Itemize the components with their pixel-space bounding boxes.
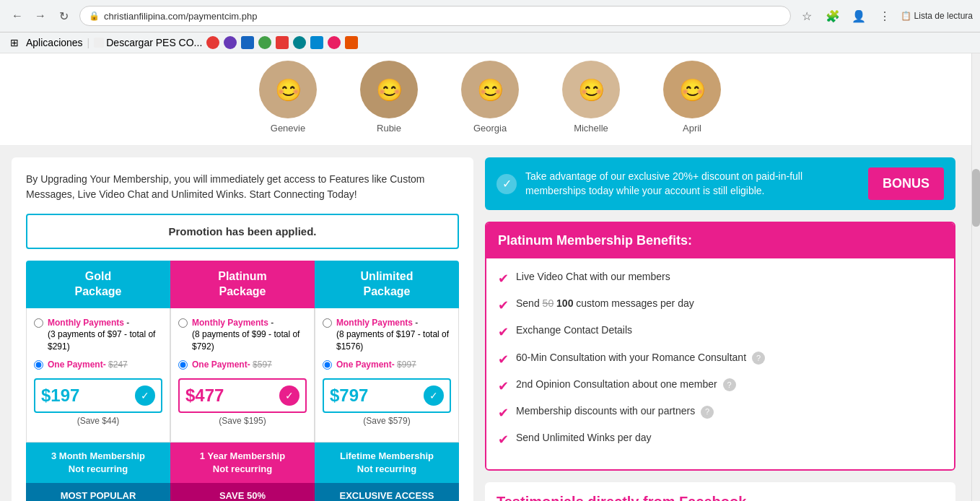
platinum-monthly-radio[interactable] (178, 318, 188, 328)
bookmark-icon-6[interactable] (293, 36, 306, 49)
bookmark-icon-8[interactable] (328, 36, 341, 49)
bonus-button[interactable]: BONUS (868, 167, 944, 200)
unlimited-onepay-radio[interactable] (323, 360, 332, 370)
name-rubie: Rubie (377, 123, 401, 134)
unlimited-monthly-option[interactable]: Monthly Payments - (8 payments of $197 -… (323, 317, 451, 353)
benefit-7: ✔ Send Unlimited Winks per day (498, 431, 942, 449)
gold-price-box: $197 ✓ (34, 378, 162, 413)
name-april: April (683, 123, 701, 134)
benefit-text-4: 60-Min Consultation with your Romance Co… (516, 351, 765, 365)
unlimited-membership: Lifetime MembershipNot recurring (315, 443, 459, 483)
benefit-check-6: ✔ (498, 404, 509, 422)
avatar-rubie: 😊 (360, 61, 418, 118)
bookmark-icon-9[interactable] (345, 36, 358, 49)
benefit-2: ✔ Send 50 100 custom messages per day (498, 297, 942, 315)
benefit-text-6: Membership discounts with our partners ? (516, 404, 714, 419)
read-list-button[interactable]: 📋 Lista de lectura (901, 11, 973, 21)
platinum-price: $477 (185, 385, 224, 406)
platinum-package: PlatinumPackage Monthly Payments - (8 pa… (170, 261, 315, 501)
gold-onepay-option[interactable]: One Payment- $247 (34, 359, 162, 371)
unlimited-price-box: $797 ✓ (323, 378, 451, 413)
bookmark-icon-3[interactable] (241, 36, 254, 49)
testimonials-section: Testimonials directly from Facebook 👤 Da… (485, 482, 955, 501)
address-bar[interactable]: 🔒 christianfilipina.com/paymentcim.php (79, 6, 791, 26)
platinum-onepay-radio[interactable] (178, 360, 188, 370)
gold-price: $197 (41, 385, 79, 406)
scrollbar[interactable] (971, 53, 980, 501)
help-icon-4[interactable]: ? (752, 352, 765, 365)
unlimited-onepay-option[interactable]: One Payment- $997 (323, 359, 451, 371)
benefit-text-3: Exchange Contact Details (516, 323, 632, 338)
benefits-header: Platinum Membership Benefits: (486, 223, 954, 258)
unlimited-monthly-link[interactable]: Monthly Payments (336, 318, 413, 328)
help-icon-6[interactable]: ? (701, 406, 714, 419)
benefit-check-4: ✔ (498, 351, 509, 369)
promo-banner: Promotion has been applied. (26, 214, 459, 249)
page-content: 😊 Genevie 😊 Rubie 😊 Georgia 😊 Michelle 😊… (0, 53, 980, 501)
benefit-text-1: Live Video Chat with our members (516, 270, 670, 284)
browser-chrome: ← → ↻ 🔒 christianfilipina.com/paymentcim… (0, 0, 980, 32)
platinum-body: Monthly Payments - (8 payments of $99 - … (170, 308, 315, 443)
profile-michelle: 😊 Michelle (562, 61, 620, 134)
bookmark-icon-2[interactable] (224, 36, 237, 49)
bookmark-icon-5[interactable] (276, 36, 289, 49)
gold-monthly-radio[interactable] (34, 318, 43, 328)
profile-button[interactable]: 👤 (849, 6, 869, 26)
gold-onepay-link[interactable]: One Payment- (48, 360, 106, 370)
benefits-box: Platinum Membership Benefits: ✔ Live Vid… (485, 222, 955, 471)
unlimited-onepay-link[interactable]: One Payment- (336, 360, 395, 370)
avatar-michelle: 😊 (562, 61, 620, 118)
bonus-banner: ✓ Take advantage of our exclusive 20%+ d… (485, 157, 955, 210)
unlimited-header: UnlimitedPackage (315, 261, 459, 308)
platinum-monthly-option[interactable]: Monthly Payments - (8 payments of $99 - … (178, 317, 307, 353)
packages-row: GoldPackage Monthly Payments - (3 paymen… (26, 261, 459, 501)
platinum-onepay-option[interactable]: One Payment- $597 (178, 359, 307, 371)
bookmarks-bar: ⊞ Aplicaciones | Descargar PES CO... (0, 32, 980, 53)
bookmark-pes[interactable]: Descargar PES CO... (94, 37, 202, 48)
promo-text: Promotion has been applied. (168, 225, 316, 238)
profile-strip: 😊 Genevie 😊 Rubie 😊 Georgia 😊 Michelle 😊… (0, 53, 980, 146)
unlimited-monthly-radio[interactable] (323, 318, 332, 328)
apps-icon[interactable]: ⊞ (7, 35, 22, 50)
platinum-onepay-label: One Payment- $597 (192, 359, 272, 371)
platinum-onepay-link[interactable]: One Payment- (192, 360, 250, 370)
forward-button[interactable]: → (30, 6, 51, 26)
bookmark-icon-7[interactable] (310, 36, 323, 49)
benefit-text-5: 2nd Opinion Consultation about one membe… (516, 378, 736, 392)
left-column: By Upgrading Your Membership, you will i… (12, 157, 473, 501)
bonus-text: Take advantage of our exclusive 20%+ dis… (525, 170, 859, 198)
star-button[interactable]: ☆ (797, 6, 817, 26)
gold-onepay-radio[interactable] (34, 360, 43, 370)
platinum-title: PlatinumPackage (218, 270, 267, 297)
extensions-button[interactable]: 🧩 (823, 6, 843, 26)
nav-buttons: ← → ↻ (7, 6, 74, 26)
bookmark-icon-4[interactable] (258, 36, 271, 49)
benefits-list: ✔ Live Video Chat with our members ✔ Sen… (486, 258, 954, 469)
reload-button[interactable]: ↻ (53, 6, 74, 26)
benefit-check-5: ✔ (498, 378, 509, 396)
unlimited-package: UnlimitedPackage Monthly Payments - (8 p… (315, 261, 459, 501)
gold-header: GoldPackage (26, 261, 170, 308)
unlimited-title: UnlimitedPackage (361, 270, 414, 297)
platinum-monthly-link[interactable]: Monthly Payments (192, 318, 268, 328)
name-georgia: Georgia (473, 123, 507, 134)
menu-button[interactable]: ⋮ (875, 6, 895, 26)
gold-monthly-option[interactable]: Monthly Payments - (3 payments of $97 - … (34, 317, 162, 353)
url-text: christianfilipina.com/paymentcim.php (104, 11, 257, 22)
profile-rubie: 😊 Rubie (360, 61, 418, 134)
back-button[interactable]: ← (7, 6, 27, 26)
bookmark-apps[interactable]: Aplicaciones (26, 37, 83, 48)
unlimited-body: Monthly Payments - (8 payments of $197 -… (315, 308, 459, 443)
new-100: 100 (556, 297, 573, 309)
bookmark-icon-1[interactable] (206, 36, 219, 49)
benefit-5: ✔ 2nd Opinion Consultation about one mem… (498, 378, 942, 396)
benefit-text-7: Send Unlimited Winks per day (516, 431, 652, 445)
platinum-price-box: $477 ✓ (178, 378, 307, 413)
help-icon-5[interactable]: ? (723, 378, 736, 391)
unlimited-monthly-label: Monthly Payments - (8 payments of $197 -… (336, 317, 451, 353)
gold-monthly-link[interactable]: Monthly Payments (48, 318, 124, 328)
benefit-check-1: ✔ (498, 270, 509, 288)
gold-monthly-label: Monthly Payments - (3 payments of $97 - … (48, 317, 162, 353)
benefit-6: ✔ Membership discounts with our partners… (498, 404, 942, 422)
profile-april: 😊 April (663, 61, 721, 134)
